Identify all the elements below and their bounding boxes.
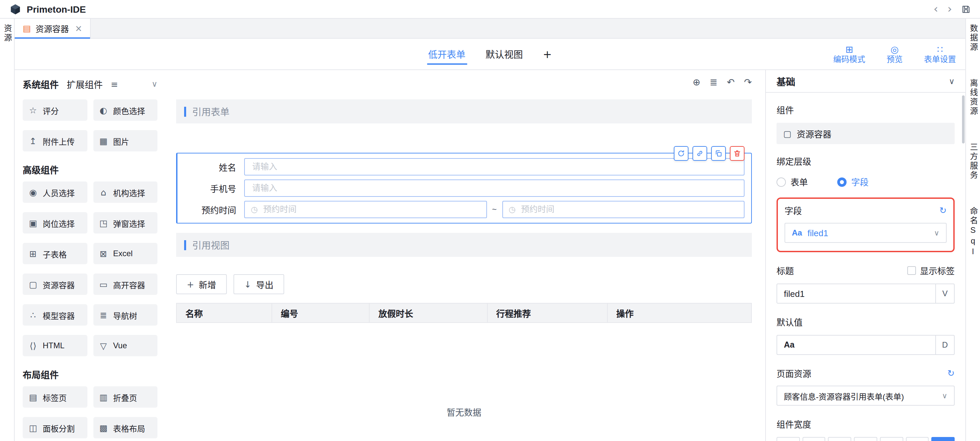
palette-item-tabs-page[interactable]: ▤ 标签页 (23, 386, 87, 408)
right-rail-third-party-service[interactable]: 三方服务 (966, 143, 980, 180)
selected-form-block[interactable]: 姓名 手机号 预约时间 (176, 153, 752, 223)
tab-system-components[interactable]: 系统组件 (23, 77, 59, 91)
field-value: filed1 (808, 228, 828, 238)
name-input[interactable] (244, 158, 745, 175)
palette-item-org-select[interactable]: ⌂ 机构选择 (93, 181, 158, 203)
form-settings-button[interactable]: ∷ 表单设置 (923, 44, 957, 64)
export-button[interactable]: ↓ 导出 (234, 274, 284, 294)
tab-extension-components[interactable]: 扩展组件 (67, 77, 103, 91)
palette-item-person-select[interactable]: ◉ 人员选择 (23, 181, 87, 203)
palette-item-html[interactable]: ⟨⟩ HTML (23, 335, 87, 356)
time-start-input[interactable]: ◷ (244, 201, 487, 218)
save-icon[interactable] (961, 4, 970, 14)
left-rail-resources[interactable]: 资源 (0, 24, 14, 43)
palette-item-label: 面板分割 (43, 422, 75, 433)
palette-item-post-select[interactable]: ▣ 岗位选择 (23, 212, 87, 234)
globe-icon[interactable]: ⊕ (692, 77, 700, 88)
column-header-name[interactable]: 名称 (177, 304, 272, 322)
tab-low-code-form[interactable]: 低开表单 (428, 39, 466, 69)
palette-item-panel-split[interactable]: ◫ 面板分割 (23, 417, 87, 438)
palette-item-table-layout[interactable]: ▩ 表格布局 (93, 417, 158, 438)
column-header-duration[interactable]: 放假时长 (370, 304, 488, 322)
palette-item-rating[interactable]: ☆ 评分 (23, 99, 87, 121)
width-option-full[interactable]: 1 (932, 437, 955, 441)
default-value-input[interactable] (795, 336, 935, 354)
palette-item-popup-select[interactable]: ◳ 弹窗选择 (93, 212, 158, 234)
column-header-recommend[interactable]: 行程推荐 (488, 304, 608, 322)
default-dynamic-button[interactable]: D (935, 336, 954, 354)
column-header-number[interactable]: 编号 (272, 304, 370, 322)
palette-item-highcode-container[interactable]: ▭ 高开容器 (93, 274, 158, 295)
tab-default-view[interactable]: 默认视图 (486, 39, 523, 69)
referenced-form-header[interactable]: 引用表单 (176, 99, 752, 123)
phone-input[interactable] (244, 180, 745, 197)
copy-button[interactable] (711, 146, 726, 161)
show-label-checkbox[interactable]: 显示标签 (907, 264, 955, 277)
palette-item-label: 弹窗选择 (113, 217, 145, 229)
width-option-2-3[interactable]: 2/3 (880, 437, 903, 441)
column-header-actions[interactable]: 操作 (608, 304, 751, 322)
palette-item-excel[interactable]: ⊠ Excel (93, 243, 158, 264)
chevron-down-icon[interactable]: ∨ (949, 76, 955, 86)
default-value-label: 默认值 (776, 315, 955, 328)
palette-item-color-picker[interactable]: ◐ 颜色选择 (93, 99, 158, 121)
section-title-advanced: 高级组件 (23, 163, 158, 176)
referenced-view-header[interactable]: 引用视图 (176, 233, 752, 257)
scrollbar-thumb[interactable] (962, 96, 965, 143)
chevron-down-icon[interactable]: ∨ (151, 80, 158, 89)
inspector-header[interactable]: 基础 ∨ (766, 70, 965, 93)
phone-input-field[interactable] (251, 183, 738, 193)
palette-item-resource-container[interactable]: ▢ 资源容器 (23, 274, 87, 295)
width-options: 1/6 1/4 1/3 1/2 2/3 3/4 1 (776, 437, 955, 441)
sync-button[interactable] (674, 146, 689, 161)
link-button[interactable] (692, 146, 707, 161)
back-icon[interactable]: ‹ (934, 3, 938, 15)
palette-item-model-container[interactable]: ∴ 模型容器 (23, 304, 87, 326)
width-option-1-4[interactable]: 1/4 (802, 437, 825, 441)
palette-item-collapse-page[interactable]: ▥ 折叠页 (93, 386, 158, 408)
time-end-input[interactable]: ◷ (502, 201, 745, 218)
width-option-1-2[interactable]: 1/2 (854, 437, 877, 441)
palette-menu-icon[interactable]: ≡ (111, 79, 118, 89)
palette-item-attachment-upload[interactable]: ↥ 附件上传 (23, 130, 87, 151)
right-rail-offline-resource[interactable]: 离线资源 (966, 79, 980, 116)
width-option-3-4[interactable]: 3/4 (905, 437, 929, 441)
tab-resource-container[interactable]: ▤ 资源容器 × (15, 19, 91, 38)
undo-icon[interactable]: ↶ (727, 77, 735, 88)
width-option-1-3[interactable]: 1/3 (828, 437, 851, 441)
close-icon[interactable]: × (75, 23, 83, 33)
delete-button[interactable] (730, 146, 745, 161)
radio-form[interactable]: 表单 (776, 175, 808, 188)
refresh-icon[interactable]: ↻ (947, 368, 955, 378)
page-resource-select[interactable]: 顾客信息-资源容器引用表单(表单) ∨ (776, 385, 955, 406)
time-end-field[interactable] (520, 204, 738, 215)
width-option-1-6[interactable]: 1/6 (776, 437, 800, 441)
forward-icon[interactable]: › (947, 3, 952, 15)
preview-button[interactable]: ◎ 预览 (877, 44, 912, 64)
page-resource-header: 页面资源 ↻ (776, 367, 955, 380)
palette-item-sub-table[interactable]: ⊞ 子表格 (23, 243, 87, 264)
add-button[interactable]: + 新增 (176, 274, 227, 294)
add-view-button[interactable]: + (543, 48, 552, 60)
palette-item-image[interactable]: ▦ 图片 (93, 130, 158, 151)
app-window: Primeton-IDE ‹ › 资源 ▤ 资源容器 × (0, 0, 980, 441)
default-value-input-group: Aa D (776, 335, 955, 355)
title-input[interactable] (777, 284, 935, 303)
redo-icon[interactable]: ↷ (744, 77, 752, 88)
upload-icon: ↥ (28, 136, 38, 146)
title-variable-button[interactable]: V (935, 284, 954, 303)
split-icon: ◫ (28, 423, 38, 433)
refresh-icon[interactable]: ↻ (939, 205, 947, 215)
time-start-field[interactable] (262, 204, 480, 215)
palette-item-vue[interactable]: ▽ Vue (93, 335, 158, 356)
palette-item-nav-tree[interactable]: ≣ 导航树 (93, 304, 158, 326)
field-select[interactable]: Aa filed1 ∨ (784, 223, 947, 243)
radio-field[interactable]: 字段 (837, 175, 869, 188)
name-input-field[interactable] (251, 161, 738, 172)
outline-icon[interactable]: ≣ (710, 77, 718, 88)
palette-item-label: 资源容器 (43, 279, 75, 290)
palette-grid-advanced: ◉ 人员选择 ⌂ 机构选择 ▣ 岗位选择 ◳ 弹 (23, 181, 158, 356)
code-mode-button[interactable]: ⊞ 编码模式 (832, 44, 867, 64)
right-rail-data-source[interactable]: 数据源 (966, 24, 980, 52)
right-rail-named-sql[interactable]: 命名Sql (966, 207, 980, 258)
